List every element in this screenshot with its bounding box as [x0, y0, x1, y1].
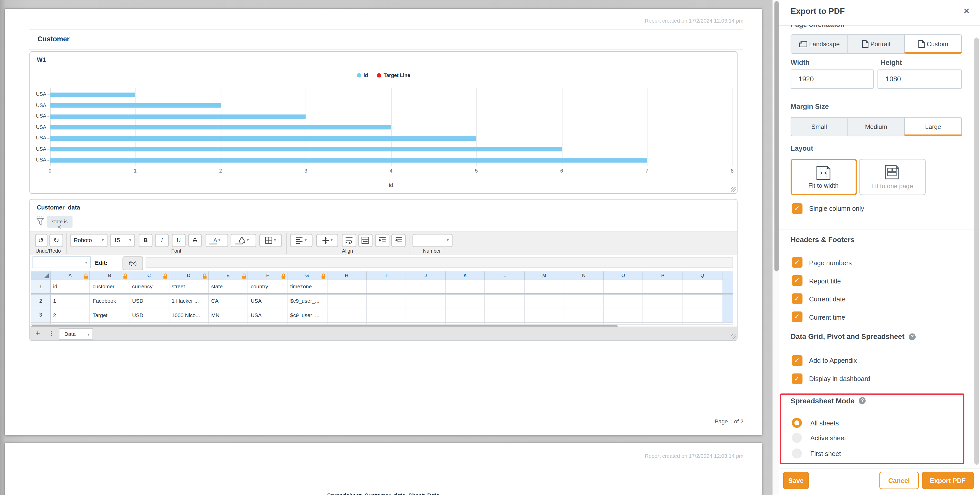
- grid-cell[interactable]: 1000 Nico...: [169, 308, 208, 322]
- grid-cell[interactable]: [565, 294, 604, 308]
- checkbox-checked-icon[interactable]: ✓: [791, 257, 802, 268]
- grid-cell[interactable]: 2: [51, 308, 90, 322]
- preview-scrollbar-thumb[interactable]: [774, 1, 778, 271]
- save-button[interactable]: Save: [783, 472, 809, 489]
- grid-cell[interactable]: [445, 294, 485, 308]
- italic-button[interactable]: I: [155, 234, 169, 247]
- sheet-tab-data[interactable]: Data▾: [59, 328, 93, 339]
- strikethrough-button[interactable]: S: [188, 234, 202, 247]
- chart-resize-handle[interactable]: [731, 187, 735, 192]
- redo-button[interactable]: ↻: [49, 234, 63, 247]
- grid-cell[interactable]: [683, 294, 722, 308]
- grid-column-header-I[interactable]: I: [367, 271, 406, 279]
- grid-column-header-O[interactable]: O: [604, 271, 643, 279]
- grid-row-number[interactable]: 3: [31, 308, 51, 322]
- grid-cell[interactable]: [525, 308, 565, 322]
- sheet-menu-icon[interactable]: ⋮: [48, 330, 54, 337]
- grid-cell[interactable]: [643, 280, 683, 293]
- radio-all-sheets[interactable]: All sheets: [791, 417, 846, 428]
- grid-cell[interactable]: $c9_user_...: [288, 294, 327, 308]
- width-input[interactable]: [791, 69, 873, 89]
- grid-cell[interactable]: street: [169, 280, 208, 293]
- grid-cell[interactable]: [327, 280, 367, 293]
- grid-cell[interactable]: [565, 308, 604, 322]
- cancel-button[interactable]: Cancel: [880, 472, 919, 489]
- grid-column-header-P[interactable]: P: [643, 271, 683, 279]
- radio-unselected-icon[interactable]: [791, 448, 802, 458]
- number-format-select[interactable]: ▾: [412, 234, 453, 247]
- grid-cell[interactable]: customer: [90, 280, 130, 293]
- horizontal-align-button[interactable]: ▾: [290, 234, 312, 247]
- grid-cell[interactable]: [445, 280, 485, 293]
- check-current-time[interactable]: ✓Current time: [791, 311, 852, 322]
- grid-column-header-C[interactable]: C: [130, 271, 169, 279]
- grid-select-all-corner[interactable]: [31, 271, 51, 279]
- check-add-to-appendix[interactable]: ✓Add to Appendix: [791, 355, 870, 366]
- filter-chip-remove-icon[interactable]: ✕: [57, 224, 62, 230]
- grid-column-header-F[interactable]: F: [248, 271, 288, 279]
- grid-column-header-N[interactable]: N: [565, 271, 604, 279]
- checkbox-checked-icon[interactable]: ✓: [791, 275, 802, 286]
- legend-item[interactable]: id: [356, 73, 368, 78]
- layout-option-fit-to-width[interactable]: Fit to width: [791, 159, 857, 195]
- cell-name-box[interactable]: ▾: [32, 257, 90, 268]
- grid-cell[interactable]: [445, 308, 485, 322]
- height-input[interactable]: [877, 69, 962, 89]
- check-report-title[interactable]: ✓Report title: [791, 275, 852, 286]
- margin-option-medium[interactable]: Medium: [847, 117, 905, 136]
- fx-button[interactable]: f(x): [123, 257, 143, 270]
- checkbox-checked-icon[interactable]: ✓: [791, 373, 802, 383]
- checkbox-checked-icon[interactable]: ✓: [791, 355, 802, 366]
- grid-column-header-J[interactable]: J: [406, 271, 445, 279]
- text-color-button[interactable]: A▾: [206, 234, 228, 247]
- grid-cell[interactable]: [683, 308, 722, 322]
- grid-cell[interactable]: [367, 280, 406, 293]
- merge-cells-button[interactable]: [358, 234, 372, 247]
- grid-cell[interactable]: CA: [208, 294, 248, 308]
- check-current-date[interactable]: ✓Current date: [791, 294, 852, 304]
- close-icon[interactable]: ✕: [963, 6, 970, 16]
- grid-cell[interactable]: [643, 294, 683, 308]
- margin-option-large[interactable]: Large: [904, 117, 962, 136]
- font-name-select[interactable]: Roboto▾: [70, 234, 108, 247]
- grid-cell[interactable]: MN: [208, 308, 248, 322]
- grid-cell[interactable]: Facebook: [90, 294, 130, 308]
- grid-column-header-E[interactable]: E: [208, 271, 248, 279]
- underline-button[interactable]: U: [172, 234, 186, 247]
- grid-cell[interactable]: [604, 280, 643, 293]
- grid-cell[interactable]: [565, 280, 604, 293]
- grid-cell[interactable]: timezone: [288, 280, 327, 293]
- undo-button[interactable]: ↺: [35, 234, 47, 247]
- wrap-text-button[interactable]: [342, 234, 356, 247]
- radio-first-sheet[interactable]: First sheet: [791, 448, 846, 458]
- grid-column-header-K[interactable]: K: [445, 271, 485, 279]
- grid-cell[interactable]: [485, 280, 525, 293]
- radio-selected-icon[interactable]: [791, 417, 802, 428]
- check-single-column-only[interactable]: ✓Single column only: [791, 203, 864, 214]
- grid-cell[interactable]: state: [208, 280, 248, 293]
- grid-column-header-G[interactable]: G: [288, 271, 327, 279]
- grid-cell[interactable]: [406, 294, 445, 308]
- grid-cell[interactable]: [485, 308, 525, 322]
- spreadsheet-resize-handle[interactable]: [731, 334, 735, 339]
- grid-cell[interactable]: id: [51, 280, 90, 293]
- grid-row-number[interactable]: 1: [31, 280, 51, 293]
- check-display-in-dashboard[interactable]: ✓Display in dashboard: [791, 373, 870, 383]
- export-pdf-button[interactable]: Export PDF: [922, 472, 974, 489]
- grid-column-header-D[interactable]: D: [169, 271, 208, 279]
- checkbox-checked-icon[interactable]: ✓: [791, 203, 802, 214]
- radio-unselected-icon[interactable]: [791, 433, 802, 443]
- font-size-select[interactable]: 15▾: [110, 234, 135, 247]
- filter-icon[interactable]: [36, 216, 45, 227]
- legend-item[interactable]: Target Line: [377, 73, 410, 78]
- grid-column-header-B[interactable]: B: [90, 271, 130, 279]
- grid-column-header-H[interactable]: H: [327, 271, 367, 279]
- grid-cell[interactable]: [406, 280, 445, 293]
- grid-column-header-A[interactable]: A: [51, 271, 90, 279]
- grid-cell[interactable]: USA: [248, 294, 288, 308]
- grid-cell[interactable]: [643, 308, 683, 322]
- orientation-option-portrait[interactable]: Portrait: [847, 34, 905, 54]
- grid-cell[interactable]: [604, 294, 643, 308]
- preview-scrollbar-track[interactable]: [772, 0, 780, 495]
- indent-decrease-button[interactable]: [391, 234, 406, 247]
